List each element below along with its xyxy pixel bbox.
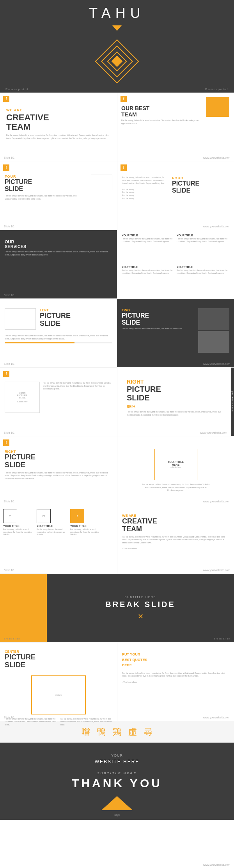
two-pic-text: Far far away, behind the word mountains,…: [122, 327, 195, 330]
arrow-up-right: [117, 796, 133, 810]
three-items-panel: □ YOUR TITLE Far far away, behind the wo…: [0, 505, 117, 573]
center-pic-box: picture: [31, 675, 86, 714]
progress-fill: [5, 342, 74, 343]
service-item-2: YOUR TITLE Far far away, behind the word…: [177, 234, 229, 263]
two-pic-title: PICTURESLIDE: [122, 312, 195, 326]
service-text-2: Far far away, behind the word mountains,…: [177, 238, 229, 243]
quotes-label: PUT YOURBEST QUOTESHERE: [122, 652, 229, 668]
item-2: □ YOUR TITLE Far far away, behind the wo…: [37, 509, 68, 536]
progress-container: [5, 342, 112, 343]
two-pic-panel: TWO PICTURESLIDE Far far away, behind th…: [117, 299, 234, 367]
left-pic-text: Far far away, behind the word mountains,…: [5, 334, 112, 340]
slide-num-4: www.yourwebsite.com: [203, 225, 230, 228]
two-pic-label: TWO: [122, 308, 195, 312]
service-title-4: YOUR TITLE: [177, 266, 229, 268]
f-badge-4: f: [121, 164, 127, 171]
f-badge-3: f: [3, 164, 9, 171]
row-7: □ YOUR TITLE Far far away, behind the wo…: [0, 505, 234, 573]
sign-label: Sign: [114, 810, 120, 820]
row-4: LEFT PICTURESLIDE Far far away, behind t…: [0, 299, 234, 367]
four-pic-left: f FOUR PICTURESLIDE Far far away, behind…: [0, 161, 117, 230]
cover-slide: TAHU: [0, 0, 234, 86]
row-8: CENTER PICTURESLIDE picture Far far away…: [0, 643, 234, 721]
f-badge-1: f: [3, 96, 9, 102]
right-big-text: Far far away, behind the word mountains,…: [127, 411, 225, 416]
chinese-char-2: 鴨: [97, 726, 106, 738]
break-label-left: Break Slide: [4, 638, 20, 640]
center-pic-text-left: Far far away, behind the word mountains,…: [5, 718, 57, 727]
small-box-img: YOURPICTURESLIDE subtitle here: [5, 382, 40, 413]
item-text-3: Far far away, behind the word mountains,…: [70, 528, 101, 536]
services-grid: YOUR TITLE Far far away, behind the word…: [117, 230, 234, 298]
we-are-creative-text: Far far away, behind the word mountains,…: [122, 536, 229, 550]
break-subtitle: SUBTITLE HERE: [125, 596, 156, 598]
right-dark-bar: yourwebsite.com: [231, 368, 234, 436]
right-big-title: PICTURESLIDE: [127, 385, 225, 402]
your-title-label: YOUR TITLEHERE: [168, 461, 184, 466]
break-content: SUBTITLE HERE BREAK SLIDE ✕: [47, 574, 234, 642]
left-pic-title: PICTURESLIDE: [40, 312, 112, 328]
f-badge-2: f: [121, 96, 127, 102]
right-big-panel: RIGHT PICTURESLIDE 85% Far far away, beh…: [117, 368, 234, 436]
service-item-4: YOUR TITLE Far far away, behind the word…: [177, 266, 229, 295]
powerpoint-label-row: Powerpoint Powerpoint: [0, 86, 234, 93]
slide-num-1: Slide 1/1: [4, 156, 14, 159]
slide-num-12: www.yourwebsite.com: [203, 500, 230, 503]
right-pic-small-left: f YOURPICTURESLIDE subtitle here Far far…: [0, 368, 117, 436]
service-item-3: YOUR TITLE Far far away, behind the word…: [122, 266, 174, 295]
service-item-1: YOUR TITLE Far far away, behind the word…: [122, 234, 174, 263]
your-title-box: YOUR TITLEHERE subtitle here: [154, 449, 197, 480]
we-are-panel: f WE ARE CREATIVETEAM Far far away, behi…: [0, 93, 117, 161]
chinese-char-5: 尋: [144, 726, 152, 738]
your-title-panel: YOUR TITLEHERE subtitle here Far far awa…: [117, 436, 234, 505]
slide-num-13: Slide 1/1: [4, 569, 14, 572]
arrow-down-icon: [112, 25, 122, 31]
f-badge-5: f: [3, 371, 9, 377]
thank-you-section: YOUR WEBSITE HERE SUBTITLE HERE THANK YO…: [0, 743, 234, 820]
we-are-text: Far far away, behind the word mountains,…: [6, 134, 111, 140]
quotes-text: Far far away, behind the word mountains,…: [122, 672, 229, 684]
we-are-creative-panel: WE ARE CREATIVETEAM Far far away, behind…: [117, 505, 234, 573]
thank-subtitle: SUBTITLE HERE: [97, 772, 137, 775]
break-title: BREAK SLIDE: [105, 600, 176, 609]
service-text-3: Far far away, behind the word mountains,…: [122, 269, 174, 275]
slide-num-9: Slide 1/1: [4, 431, 14, 434]
slide-num-15: Slide 1/1: [4, 716, 14, 719]
pp-label-right: Powerpoint: [205, 88, 229, 91]
four-title-2: PICTURESLIDE: [172, 180, 199, 194]
row-3: OURSERVICES Far far away, behind the wor…: [0, 230, 234, 298]
pic-thumb-1: [91, 175, 112, 190]
slide-num-7: Slide 1/1: [4, 363, 14, 365]
right-small-text: Far far away, behind the word mountains,…: [5, 472, 112, 480]
our-services-title: OURSERVICES: [5, 239, 112, 249]
small-box-text: Far far away, behind the word mountains,…: [43, 382, 112, 391]
break-slide: SUBTITLE HERE BREAK SLIDE ✕ Break Slide …: [0, 574, 234, 642]
item-icon-1: □: [3, 509, 17, 523]
two-pic-img-1: [198, 308, 229, 330]
item-title-3: YOUR TITLE: [70, 525, 101, 527]
chinese-char-4: 虛: [128, 726, 137, 738]
right-small-title: PICTURESLIDE: [5, 454, 112, 469]
left-pic-img: [5, 308, 36, 330]
slide-num-14: www.yourwebsite.com: [203, 569, 230, 572]
arrow-up-decoration: [101, 796, 133, 810]
row-1: f WE ARE CREATIVETEAM Far far away, behi…: [0, 93, 234, 161]
arrow-up-left: [101, 796, 117, 810]
your-title-sub: subtitle here: [170, 466, 181, 468]
center-pic-panel: CENTER PICTURESLIDE picture Far far away…: [0, 643, 117, 721]
break-orange-block: [0, 574, 47, 642]
left-pic-panel: LEFT PICTURESLIDE Far far away, behind t…: [0, 299, 117, 367]
we-are-title: CREATIVETEAM: [6, 113, 111, 132]
break-x-icon: ✕: [138, 612, 144, 621]
right-big-label: RIGHT: [127, 379, 225, 385]
our-services-text: Far far away, behind the word mountains,…: [5, 250, 112, 256]
slide-num-16: www.yourwebsite.com: [203, 716, 230, 719]
item-3: f YOUR TITLE Far far away, behind the wo…: [70, 509, 101, 536]
row-5: f YOURPICTURESLIDE subtitle here Far far…: [0, 368, 234, 436]
our-best-text: Far far away, behind the word mountains.…: [121, 119, 203, 125]
slide-num-8: www.yourwebsite.com: [203, 363, 230, 365]
website-here: WEBSITE HERE: [95, 759, 140, 764]
row-6: f RIGHT PICTURESLIDE Far far away, behin…: [0, 436, 234, 505]
we-are-creative-title: CREATIVETEAM: [122, 518, 229, 533]
center-pic-text-right: Far far away, behind the word mountains,…: [60, 718, 112, 727]
